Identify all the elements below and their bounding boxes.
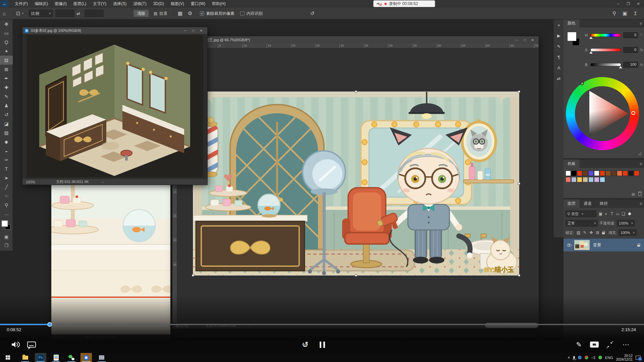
lock-transparent-icon[interactable]: ▨ [576, 230, 581, 235]
crop-height-input[interactable] [85, 10, 104, 17]
back-button[interactable]: ← [1, 0, 9, 7]
content-aware-label[interactable]: 内容识别 [247, 11, 263, 16]
taskbar-player-app[interactable] [80, 353, 92, 362]
foreground-background-swatches[interactable] [2, 221, 11, 231]
foreground-color-swatch[interactable] [2, 221, 8, 227]
move-tool[interactable]: ✥ [0, 19, 13, 28]
swatch-chip[interactable] [623, 171, 628, 176]
delete-cropped-pixels-checkbox[interactable]: ✓ [200, 11, 204, 16]
swatch-chip[interactable] [594, 177, 599, 182]
maximize-icon[interactable]: □ [521, 38, 529, 42]
reset-icon[interactable]: ↺ [310, 10, 315, 16]
hue-slider[interactable] [590, 34, 621, 37]
hue-value[interactable]: 0 [623, 32, 638, 38]
doc1-zoom-level[interactable]: 100% [22, 180, 43, 184]
menu-item[interactable]: 帮助(H) [209, 0, 229, 7]
layer-row-background[interactable]: 背景 [564, 239, 644, 251]
image-filter-icon[interactable]: ▣ [598, 212, 603, 216]
straighten-label[interactable]: 拉直 [159, 11, 167, 16]
volume-button[interactable] [9, 338, 21, 351]
home-icon[interactable]: ⌂ [3, 11, 6, 16]
close-icon[interactable]: ✕ [197, 29, 205, 33]
wechat-tray-icon[interactable] [598, 356, 602, 359]
tray-volume-icon[interactable]: ◁) [591, 355, 595, 360]
foreground-color-swatch[interactable] [568, 32, 576, 41]
taskbar-wechat[interactable] [66, 353, 77, 362]
menu-item[interactable]: 3D(D) [150, 0, 167, 7]
exit-fullscreen-button[interactable]: ↙↗ [604, 338, 616, 351]
doc2-zoom-level[interactable]: 100% [51, 336, 71, 340]
brightness-value[interactable]: 100 [623, 62, 638, 68]
close-icon[interactable]: ✕ [529, 38, 537, 42]
brightness-slider[interactable] [590, 63, 621, 66]
status-arrow-icon[interactable]: › [128, 336, 129, 340]
doc3-canvas[interactable]: MIA [177, 48, 539, 322]
tab-swatches[interactable]: 色板 [564, 160, 580, 168]
swatch-chip[interactable] [583, 171, 588, 176]
start-button[interactable] [2, 353, 13, 362]
blend-mode-select[interactable]: 正常 ▾ [566, 220, 598, 227]
language-indicator[interactable]: ENG [605, 356, 613, 360]
crop-handle[interactable] [518, 274, 520, 277]
taskbar-clock[interactable]: 20:12 2024/12/11 [616, 354, 633, 361]
character-panel-icon[interactable]: A [554, 62, 564, 73]
paragraph-icon[interactable]: ¶ [554, 52, 564, 62]
minimize-icon[interactable]: ─ [613, 0, 623, 7]
layer-kind-filter[interactable]: ⚲ 类型 ▾ [566, 210, 596, 217]
tab-layers[interactable]: 图层 [564, 199, 580, 208]
collapse-panels-icon[interactable]: « [554, 19, 564, 30]
magic-wand-tool[interactable]: ✦ [0, 47, 13, 56]
doc1-canvas[interactable] [22, 34, 207, 179]
tab-paths[interactable]: 路径 [596, 199, 612, 208]
swatch-chip[interactable] [605, 171, 611, 176]
quick-mask-icon[interactable]: ▣ [0, 233, 13, 241]
swatch-chip[interactable] [617, 171, 622, 176]
new-swatch-icon[interactable]: ⊞ [632, 192, 635, 197]
lasso-tool[interactable]: Ϙ [0, 38, 13, 47]
healing-brush-tool[interactable]: ✚ [0, 83, 13, 92]
panel-resize-icon[interactable]: ◿ [638, 151, 641, 156]
search-icon[interactable]: ⚲ [612, 10, 616, 16]
panel-menu-icon[interactable]: ≡ [640, 21, 642, 26]
share-icon[interactable]: ↥ [633, 10, 638, 16]
notification-center-icon[interactable]: 1 [636, 356, 641, 360]
lock-pixels-icon[interactable]: ✎ [582, 230, 588, 235]
zoom-tool[interactable]: ⚲ [0, 200, 13, 209]
doc2-canvas[interactable] [51, 185, 170, 335]
layer-lock-icon[interactable] [637, 245, 640, 247]
shape-tool[interactable]: ╱ [0, 182, 13, 191]
path-select-tool[interactable]: ➤ [0, 173, 13, 182]
clone-stamp-tool[interactable]: ♟ [0, 101, 13, 110]
shape-filter-icon[interactable]: ▭ [615, 212, 621, 216]
menu-item[interactable]: 选择(S) [110, 0, 130, 7]
delete-cropped-pixels-label[interactable]: 删除裁剪的像素 [206, 11, 234, 16]
menu-item[interactable]: 视图(V) [167, 0, 187, 7]
minimize-icon[interactable]: ─ [181, 29, 189, 33]
taskbar-photoshop[interactable]: Ps [35, 353, 46, 362]
doc1-title-bar[interactable]: 03参考02.jpg @ 100%(RGB/8) ─ □ ✕ [22, 27, 207, 34]
doc3-title-bar[interactable]: 01课堂示范_看图王.jpg @ 66.7%(RGB/8*) ─ □ ✕ [172, 36, 539, 44]
video-progress-bar[interactable] [0, 324, 644, 325]
overlay-options-icon[interactable]: ▦ [178, 10, 182, 16]
swatch-chip[interactable] [577, 177, 582, 182]
crop-settings-icon[interactable]: ⚙ [188, 10, 192, 16]
opacity-value[interactable]: 100% ▾ [617, 220, 635, 227]
swatch-chip[interactable] [594, 171, 599, 176]
more-options-button[interactable]: ⋯ [620, 338, 632, 351]
crop-tool-icon[interactable]: ⊡ [16, 10, 20, 16]
delete-swatch-icon[interactable] [638, 193, 641, 196]
menu-item[interactable]: 图层(L) [70, 0, 90, 7]
menu-item[interactable]: 编辑(E) [31, 0, 51, 7]
taskbar-file-explorer[interactable] [19, 353, 31, 362]
blur-tool[interactable]: ◆ [0, 137, 13, 146]
crop-handle[interactable] [518, 182, 520, 185]
crop-handle[interactable] [355, 90, 357, 93]
hue-ring-marker[interactable] [580, 81, 584, 85]
swatch-chip[interactable] [600, 177, 605, 182]
progress-knob[interactable] [47, 322, 52, 327]
swatch-chip[interactable] [628, 171, 634, 176]
layer-filter-toggle[interactable] [628, 213, 631, 215]
swap-arrows-icon[interactable]: ⇄ [554, 73, 564, 84]
panel-menu-icon[interactable]: ≡ [640, 201, 642, 206]
panel-menu-icon[interactable]: ≡ [640, 162, 642, 166]
